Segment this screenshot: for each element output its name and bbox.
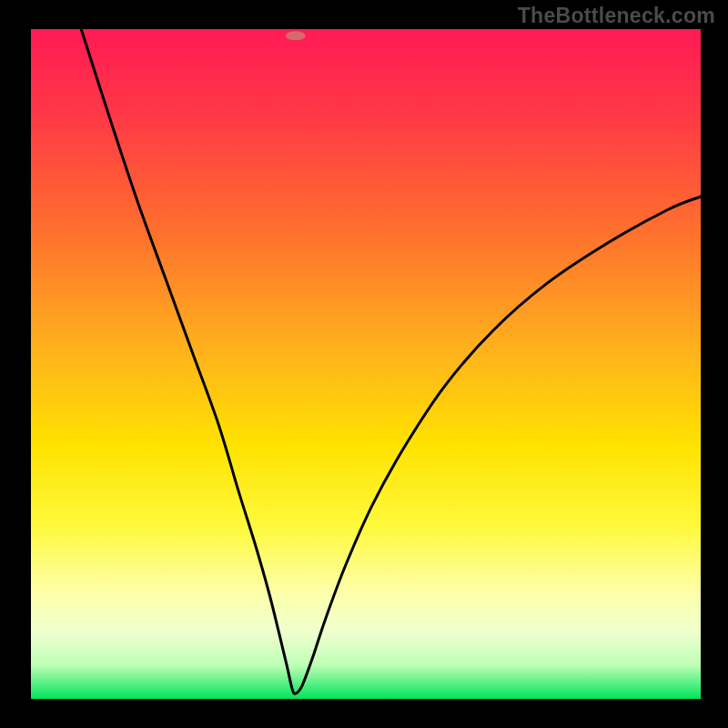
min-marker — [286, 31, 306, 40]
chart-svg — [0, 0, 728, 728]
watermark-text: TheBottleneck.com — [518, 4, 715, 28]
plot-background — [31, 29, 701, 699]
chart-frame: TheBottleneck.com — [0, 0, 728, 728]
